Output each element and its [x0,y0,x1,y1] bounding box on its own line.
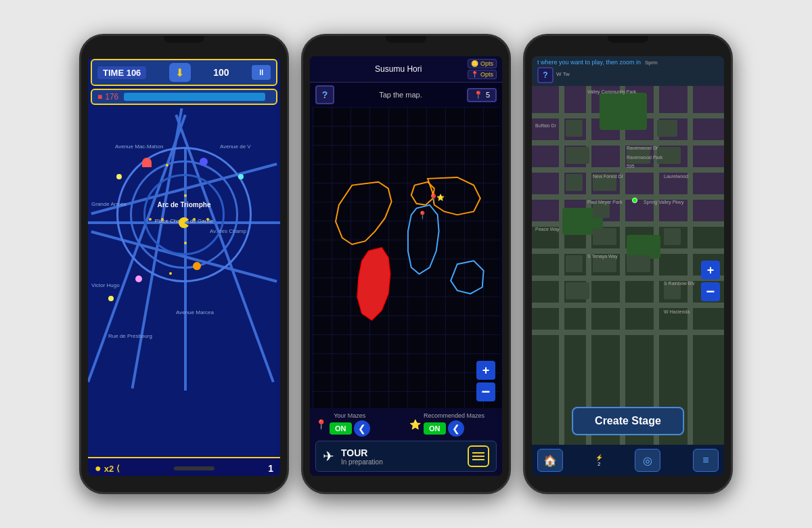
park-1 [600,93,647,130]
arc-triomphe-area: Arc de Triomphe Place Charles de Gaulle [116,147,252,282]
city-map[interactable]: Valley Community Park Buffalo Dr Ravenwo… [532,86,724,476]
dot [161,218,164,221]
pts-icon[interactable]: 📍 Opts [468,70,497,79]
recommended-mazes-box: ⭐ Recommended Mazes ON ❮ [409,412,497,437]
bottom-hud: ● x2 ⟨ 1 [88,457,280,476]
help-button-3[interactable]: ? [537,67,554,83]
menu-button-2[interactable] [468,445,489,467]
pin-icon: 📍 [474,91,483,100]
zoom-controls-3: + − [701,261,720,301]
time-display: TIME 106 [97,66,146,79]
help-button[interactable]: ? [315,85,334,104]
zoom-out-button-2[interactable]: − [476,382,495,401]
pin-counter: 📍 5 [467,88,497,102]
tour-row[interactable]: ✈ TOUR In preparation [315,441,497,472]
street-label-rwd: Ravenwood Dr [627,146,658,150]
home-button-3[interactable]: 🏠 [537,449,563,472]
screen-2: Susumu Hori 🪙 Opts 📍 Opts ? Tap the map.… [310,56,502,476]
your-mazes-toggle[interactable]: ON [330,422,352,435]
block-10 [664,228,681,245]
your-mazes-arrow[interactable]: ❮ [354,420,370,437]
zoom-in-button-3[interactable]: + [701,261,720,280]
top-bar: Susumu Hori 🪙 Opts 📍 Opts [310,56,502,83]
ghost-blue [200,158,208,166]
recommended-mazes-toggle[interactable]: ON [424,422,446,435]
your-mazes-icon: 📍 [315,419,327,430]
tour-subtitle: In preparation [341,458,461,466]
header-text: t where you want to play, then zoom in [537,59,641,66]
road-v-1 [559,86,564,476]
block-1 [566,120,583,137]
arc-label: Arc de Triomphe [158,201,211,208]
sprin-label: Sprin [645,60,658,66]
lightning-icon: ⚡ [595,454,603,461]
bottom-nav-3: 🏠 ⚡ 2 ◎ ≡ [532,445,724,476]
plane-icon: ✈ [323,448,334,464]
power-pellet-3 [108,296,114,301]
recommended-mazes-label: Recommended Mazes [424,412,484,419]
block-11 [566,255,583,272]
street-label-lwd: Laurelwood [664,174,688,179]
world-map[interactable]: 📍 ⭐ 📍 + − [313,107,499,408]
menu-line-3 [472,459,484,460]
top-icons: 🪙 Opts 📍 Opts [468,59,497,79]
street-label-2: Avenue de V [220,144,251,150]
block-13 [627,255,650,272]
location-marker [632,198,637,203]
dot [169,272,172,275]
dot [149,218,152,221]
svg-text:⭐: ⭐ [436,194,445,202]
menu-button-3[interactable]: ≡ [693,449,719,472]
street-label-595: 595 [627,164,635,169]
street-label-6: Avenue Marcea [176,309,214,315]
bottom-score: 1 [268,463,273,474]
energy-bar [124,93,265,101]
ghost-pink [135,276,142,282]
ghost-red [142,158,152,167]
zoom-out-button-3[interactable]: − [701,282,720,301]
power-pellet [116,174,122,179]
phone-2: Susumu Hori 🪙 Opts 📍 Opts ? Tap the map.… [301,34,511,494]
block-14 [566,282,589,299]
coin-icon[interactable]: 🪙 Opts [468,59,497,68]
phone-notch-3 [608,36,648,43]
block-6 [566,174,583,191]
street-label-rwp: Ravenwood Park [627,155,662,160]
recommended-mazes-icon: ⭐ [409,419,421,430]
dot [166,164,168,167]
bottom-section: 📍 Your Mazes ON ❮ ⭐ Recommended Maze [310,408,502,476]
lives-area: ● x2 ⟨ [95,462,120,475]
home-icon: 🏠 [543,454,557,467]
create-stage-button[interactable]: Create Stage [572,407,684,435]
street-label-pmp: Paul Meyer Park [587,200,623,204]
phone-3: t where you want to play, then zoom in S… [523,34,733,494]
zoom-in-button-2[interactable]: + [476,361,495,380]
tour-title: TOUR [341,447,461,458]
w-tw-label: W Tw [556,71,570,83]
map-controls: ? Tap the map. 📍 5 [310,83,502,107]
tap-label: Tap the map. [340,91,461,99]
recommended-mazes-arrow[interactable]: ❮ [448,420,464,437]
radar-icon: ◎ [643,454,652,467]
street-label-stw: S Tenaya Way [587,254,618,259]
block-9 [593,228,616,245]
street-label-nfd: New Forest Dr [593,174,623,179]
street-label-bd: Buffalo Dr [535,123,556,128]
tour-text: TOUR In preparation [341,447,461,466]
your-mazes-label: Your Mazes [330,412,370,419]
phone-notch-2 [386,36,426,43]
street-label-srb: S Rainbow Blv [664,281,695,286]
player-name: Susumu Hori [329,64,468,74]
street-label-svp: Spring Valley Pkwy [644,200,683,204]
radar-button-3[interactable]: ◎ [635,449,660,472]
pause-button[interactable]: ⏸ [252,65,271,80]
menu-icon: ≡ [702,454,708,466]
continents-svg: 📍 ⭐ 📍 [313,107,499,408]
lives-display: ■ 176 [97,92,118,102]
arrow-icon[interactable]: ⬇ [169,63,191,82]
street-label-3: Av. des Champ [210,228,246,234]
street-label-4: Grande Armée [91,201,127,207]
score-display: 100 [213,67,229,78]
phone-notch-1 [164,36,204,43]
game-map: Arc de Triomphe Place Charles de Gaulle … [88,106,280,391]
